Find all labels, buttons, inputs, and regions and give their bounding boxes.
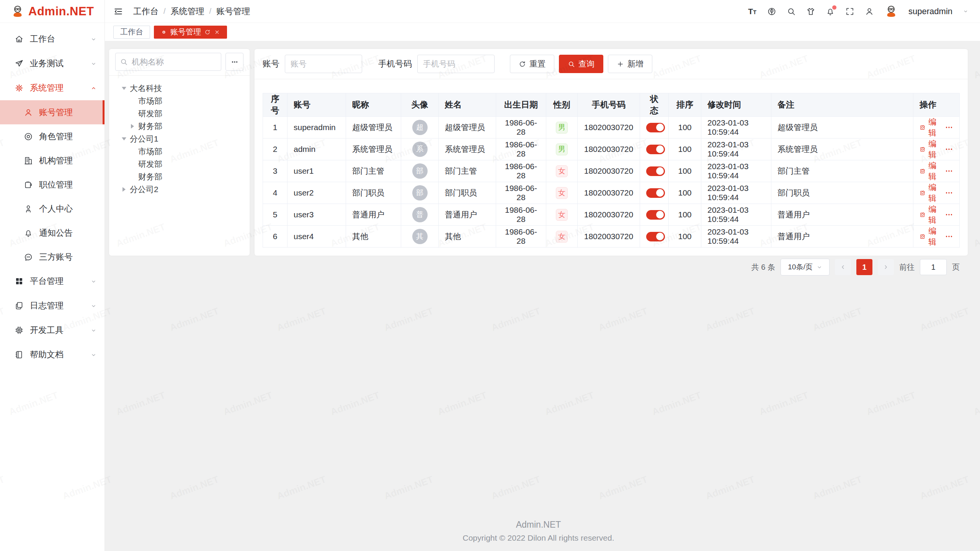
tab-active-dot-icon [161,29,167,35]
breadcrumb-item[interactable]: 工作台 [133,6,158,17]
column-header: 性别 [546,93,578,117]
notification-badge [832,5,836,10]
tree-node[interactable]: 财务部 [115,120,243,132]
status-toggle[interactable] [646,123,665,132]
fullscreen-icon[interactable] [845,7,854,16]
more-actions-button[interactable] [945,210,953,219]
tab-refresh-icon[interactable] [204,29,211,35]
font-size-icon[interactable]: TT [748,7,757,16]
status-toggle[interactable] [646,232,665,241]
tab-close-icon[interactable] [214,29,220,35]
user-avatar[interactable] [884,5,898,18]
sidebar-item-platform-management[interactable]: 平台管理 [0,269,105,293]
page-size-select[interactable]: 10条/页 [781,259,830,276]
cell-status [640,182,669,204]
sidebar-item-label: 通知公告 [39,227,73,239]
sidebar-item-account-management[interactable]: 账号管理 [0,100,105,124]
sidebar-item-business-test[interactable]: 业务测试 [0,51,105,76]
edit-button[interactable]: 编辑 [920,182,941,204]
tree-node[interactable]: 分公司2 [115,183,243,196]
tree-node-label: 市场部 [138,96,162,106]
sidebar-item-dev-tools[interactable]: 开发工具 [0,318,105,342]
profile-icon [24,204,33,214]
notification-icon[interactable] [826,7,835,16]
theme-icon[interactable] [806,7,815,16]
search-icon[interactable] [787,7,796,16]
caret-placeholder [128,109,137,118]
tree-node[interactable]: 大名科技 [115,82,243,95]
add-button[interactable]: 新增 [608,55,652,73]
account-filter-label: 账号 [263,58,279,70]
sidebar-item-position-management[interactable]: 职位管理 [0,173,105,197]
user-menu-caret-icon[interactable] [963,8,969,14]
status-toggle[interactable] [646,188,665,198]
account-filter-input[interactable] [285,55,362,73]
username[interactable]: superadmin [908,7,952,16]
notebook-icon [15,350,24,359]
sidebar-item-help-docs[interactable]: 帮助文档 [0,342,105,367]
footer: Admin.NET Copyright © 2022 Dilon All rig… [109,520,968,546]
role-icon [24,132,33,141]
main-column: 工作台/系统管理/账号管理 TT superadmin 工作台账号管理 [105,0,980,551]
sidebar-item-log-management[interactable]: 日志管理 [0,293,105,318]
caret-down-icon[interactable] [120,135,128,143]
prev-page-button[interactable] [835,259,851,275]
edit-button[interactable]: 编辑 [920,160,941,182]
sidebar-item-role-management[interactable]: 角色管理 [0,124,105,148]
caret-right-icon[interactable] [128,122,137,130]
filter-row: 账号 手机号码 重置 [263,53,960,79]
cell-account: user2 [287,182,346,204]
org-search-input[interactable] [115,53,221,71]
breadcrumb-item[interactable]: 系统管理 [171,6,204,17]
avatar: 部 [412,185,428,201]
sidebar-item-label: 三方账号 [39,251,73,263]
cell-status [640,160,669,182]
tree-node[interactable]: 分公司1 [115,132,243,145]
status-toggle[interactable] [646,145,665,154]
add-label: 新增 [627,59,644,69]
column-header: 手机号码 [578,93,640,117]
more-actions-button[interactable] [945,145,953,153]
query-button[interactable]: 查询 [559,55,603,73]
caret-down-icon[interactable] [120,84,128,93]
tree-node[interactable]: 财务部 [115,170,243,183]
edit-button[interactable]: 编辑 [920,139,941,160]
sidebar-item-third-party-account[interactable]: 三方账号 [0,245,105,269]
tree-node[interactable]: 市场部 [115,145,243,158]
cell-account: user3 [287,204,346,226]
reset-button[interactable]: 重置 [510,55,554,73]
tree-node[interactable]: 研发部 [115,158,243,170]
caret-right-icon[interactable] [120,185,128,194]
tab-account-management[interactable]: 账号管理 [154,26,227,39]
profile-icon[interactable] [865,7,874,16]
sidebar-item-workbench[interactable]: 工作台 [0,27,105,51]
next-page-button[interactable] [878,259,894,275]
status-toggle[interactable] [646,210,665,220]
current-page-button[interactable]: 1 [856,259,872,275]
phone-filter-input[interactable] [417,55,495,73]
collapse-menu-icon[interactable] [113,7,123,16]
goto-page-input[interactable] [920,259,947,275]
edit-button[interactable]: 编辑 [920,204,941,225]
status-toggle[interactable] [646,166,665,176]
sidebar-item-profile-center[interactable]: 个人中心 [0,197,105,221]
cell-nickname: 部门职员 [346,182,401,204]
more-actions-button[interactable] [945,167,953,175]
language-icon[interactable] [767,7,776,16]
chevron-down-icon [90,303,97,309]
tree-node[interactable]: 研发部 [115,107,243,120]
tree-more-button[interactable] [225,53,243,71]
more-actions-button[interactable] [945,232,953,241]
phone-filter-label: 手机号码 [378,58,412,70]
edit-button[interactable]: 编辑 [920,226,941,247]
tab-label: 工作台 [120,27,143,37]
sidebar-item-label: 机构管理 [39,155,73,166]
sidebar-item-system-management[interactable]: 系统管理 [0,76,105,100]
sidebar-item-org-management[interactable]: 机构管理 [0,148,105,173]
tree-node[interactable]: 市场部 [115,95,243,107]
more-actions-button[interactable] [945,123,953,132]
tab-workbench[interactable]: 工作台 [113,26,150,39]
sidebar-item-notice-announcement[interactable]: 通知公告 [0,221,105,245]
edit-button[interactable]: 编辑 [920,117,941,138]
more-actions-button[interactable] [945,189,953,197]
